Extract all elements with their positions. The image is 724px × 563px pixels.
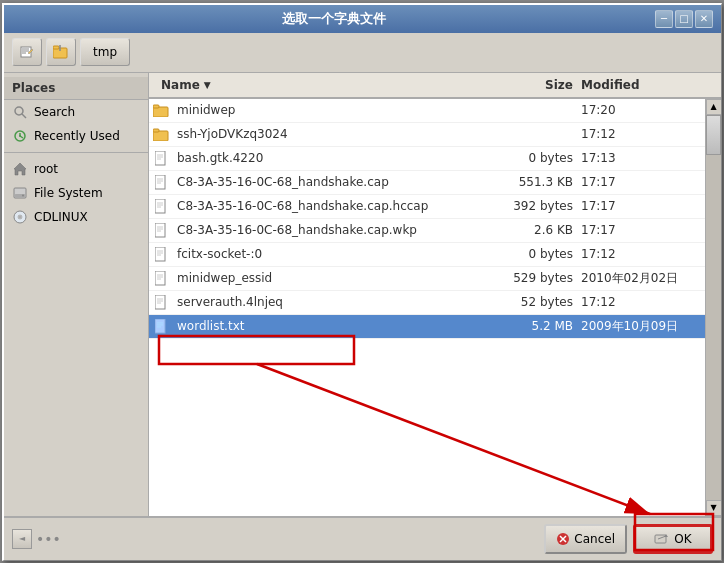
file-modified: 17:13 bbox=[581, 151, 701, 165]
home-icon bbox=[12, 161, 28, 177]
clock-icon bbox=[12, 128, 28, 144]
column-name-header[interactable]: Name ▼ bbox=[153, 78, 491, 92]
sidebar-item-cdlinux[interactable]: CDLINUX bbox=[4, 205, 148, 229]
file-icon bbox=[153, 270, 169, 286]
file-modified: 17:12 bbox=[581, 295, 701, 309]
file-list: minidwep17:20 ssh-YjoDVKzq302417:12 bash… bbox=[149, 99, 705, 516]
close-button[interactable]: ✕ bbox=[695, 10, 713, 28]
file-icon bbox=[153, 198, 169, 214]
cancel-label: Cancel bbox=[574, 532, 615, 546]
file-icon bbox=[153, 246, 169, 262]
folder-up-button[interactable] bbox=[46, 38, 76, 66]
dialog-buttons: Cancel OK bbox=[544, 524, 713, 554]
ok-icon bbox=[654, 532, 670, 546]
file-name: C8-3A-35-16-0C-68_handshake.cap.hccap bbox=[173, 199, 491, 213]
file-size: 529 bytes bbox=[491, 271, 581, 285]
search-icon bbox=[12, 104, 28, 120]
file-name: wordlist.txt bbox=[173, 319, 491, 333]
file-chooser-dialog: 选取一个字典文件 ─ □ ✕ bbox=[2, 3, 722, 561]
sidebar-cdlinux-label: CDLINUX bbox=[34, 210, 88, 224]
svg-rect-33 bbox=[155, 199, 165, 213]
folder-icon bbox=[153, 102, 169, 118]
svg-rect-22 bbox=[153, 105, 159, 108]
file-size: 2.6 KB bbox=[491, 223, 581, 237]
scroll-thumb[interactable] bbox=[706, 115, 721, 155]
scroll-up-button[interactable]: ▲ bbox=[706, 99, 722, 115]
file-icon bbox=[153, 294, 169, 310]
table-row[interactable]: C8-3A-35-16-0C-68_handshake.cap.wkp2.6 K… bbox=[149, 219, 705, 243]
sidebar-filesystem-label: File System bbox=[34, 186, 103, 200]
file-area: Name ▼ Size Modified minidwep17:20 ssh-Y… bbox=[149, 73, 721, 516]
sidebar-item-search[interactable]: Search bbox=[4, 100, 148, 124]
file-name: bash.gtk.4220 bbox=[173, 151, 491, 165]
sidebar-divider-1 bbox=[4, 152, 148, 153]
svg-point-13 bbox=[19, 135, 21, 137]
window-controls: ─ □ ✕ bbox=[655, 10, 713, 28]
table-row[interactable]: minidwep_essid529 bytes2010年02月02日 bbox=[149, 267, 705, 291]
table-row[interactable]: C8-3A-35-16-0C-68_handshake.cap.hccap392… bbox=[149, 195, 705, 219]
scroll-track[interactable] bbox=[706, 115, 721, 500]
main-area: Places Search bbox=[4, 73, 721, 516]
file-name: minidwep_essid bbox=[173, 271, 491, 285]
svg-rect-37 bbox=[155, 223, 165, 237]
sidebar: Places Search bbox=[4, 73, 149, 516]
file-size: 392 bytes bbox=[491, 199, 581, 213]
svg-rect-53 bbox=[155, 319, 165, 333]
nav-dots: ••• bbox=[36, 531, 61, 547]
file-size: 551.3 KB bbox=[491, 175, 581, 189]
table-row[interactable]: fcitx-socket-:00 bytes17:12 bbox=[149, 243, 705, 267]
sidebar-item-root[interactable]: root bbox=[4, 157, 148, 181]
sidebar-item-file-system[interactable]: File System bbox=[4, 181, 148, 205]
sort-arrow-icon: ▼ bbox=[204, 80, 211, 90]
file-name: C8-3A-35-16-0C-68_handshake.cap bbox=[173, 175, 491, 189]
maximize-button[interactable]: □ bbox=[675, 10, 693, 28]
file-modified: 17:17 bbox=[581, 199, 701, 213]
scrollbar[interactable]: ▲ ▼ bbox=[705, 99, 721, 516]
svg-marker-14 bbox=[14, 163, 26, 175]
table-row[interactable]: C8-3A-35-16-0C-68_handshake.cap551.3 KB1… bbox=[149, 171, 705, 195]
window-title: 选取一个字典文件 bbox=[12, 10, 655, 28]
file-name: serverauth.4lnjeq bbox=[173, 295, 491, 309]
folder-icon bbox=[153, 126, 169, 142]
bottom-bar: ◄ ••• Cancel bbox=[4, 516, 721, 560]
ok-button[interactable]: OK bbox=[633, 524, 713, 554]
cancel-button[interactable]: Cancel bbox=[544, 524, 627, 554]
drive-icon bbox=[12, 185, 28, 201]
svg-line-9 bbox=[22, 114, 26, 118]
file-modified: 17:12 bbox=[581, 127, 701, 141]
column-modified-header[interactable]: Modified bbox=[581, 78, 701, 92]
file-icon bbox=[153, 150, 169, 166]
file-modified: 17:12 bbox=[581, 247, 701, 261]
file-name: minidwep bbox=[173, 103, 491, 117]
table-row[interactable]: minidwep17:20 bbox=[149, 99, 705, 123]
sidebar-item-recently-used[interactable]: Recently Used bbox=[4, 124, 148, 148]
file-icon bbox=[153, 174, 169, 190]
file-modified: 17:17 bbox=[581, 223, 701, 237]
toolbar: tmp bbox=[4, 33, 721, 73]
table-row[interactable]: serverauth.4lnjeq52 bytes17:12 bbox=[149, 291, 705, 315]
title-bar: 选取一个字典文件 ─ □ ✕ bbox=[4, 5, 721, 33]
sidebar-root-label: root bbox=[34, 162, 58, 176]
nav-prev-button[interactable]: ◄ bbox=[12, 529, 32, 549]
current-folder-label[interactable]: tmp bbox=[80, 38, 130, 66]
pencil-icon bbox=[20, 45, 34, 59]
file-name: C8-3A-35-16-0C-68_handshake.cap.wkp bbox=[173, 223, 491, 237]
sidebar-recently-used-label: Recently Used bbox=[34, 129, 120, 143]
file-icon bbox=[153, 222, 169, 238]
file-name: ssh-YjoDVKzq3024 bbox=[173, 127, 491, 141]
table-row[interactable]: wordlist.txt5.2 MB2009年10月09日 bbox=[149, 315, 705, 339]
column-size-header[interactable]: Size bbox=[491, 78, 581, 92]
file-size: 0 bytes bbox=[491, 247, 581, 261]
sidebar-search-label: Search bbox=[34, 105, 75, 119]
bottom-nav: ◄ ••• bbox=[12, 529, 61, 549]
scroll-down-button[interactable]: ▼ bbox=[706, 500, 722, 516]
minimize-button[interactable]: ─ bbox=[655, 10, 673, 28]
cancel-icon bbox=[556, 532, 570, 546]
ok-label: OK bbox=[674, 532, 691, 546]
svg-rect-25 bbox=[155, 151, 165, 165]
table-row[interactable]: ssh-YjoDVKzq302417:12 bbox=[149, 123, 705, 147]
svg-point-17 bbox=[22, 194, 24, 196]
back-button[interactable] bbox=[12, 38, 42, 66]
svg-rect-24 bbox=[153, 129, 159, 132]
table-row[interactable]: bash.gtk.42200 bytes17:13 bbox=[149, 147, 705, 171]
